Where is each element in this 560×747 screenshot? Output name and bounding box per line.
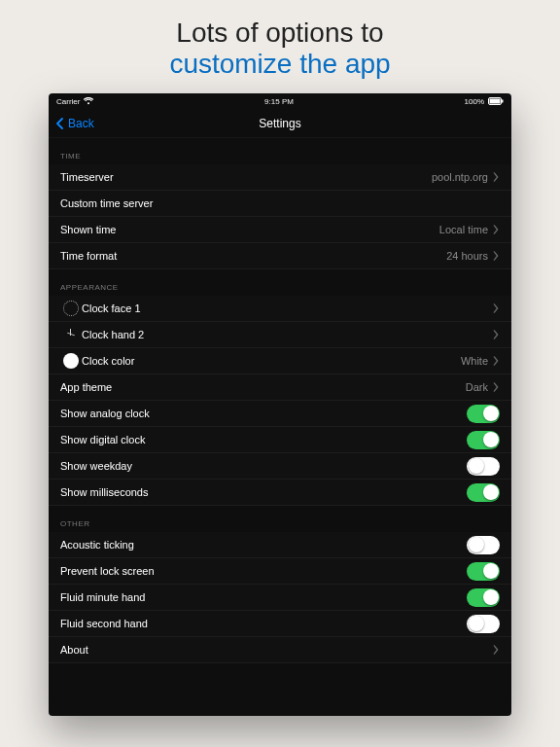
- row-label: Show digital clock: [60, 434, 145, 445]
- chevron-left-icon: [54, 118, 66, 129]
- section-header-appearance: APPEARANCE: [49, 269, 511, 296]
- battery-percent: 100%: [465, 97, 484, 106]
- row-label: Show milliseconds: [60, 486, 148, 498]
- statusbar-time: 9:15 PM: [264, 97, 294, 106]
- status-bar: Carrier 9:15 PM 100%: [49, 93, 511, 109]
- row-value: 24 hours: [446, 250, 488, 262]
- row-label: Timeserver: [60, 171, 114, 183]
- row-show-digital-clock: Show digital clock: [49, 427, 511, 453]
- row-fluid-second-hand: Fluid second hand: [49, 611, 511, 637]
- carrier-label: Carrier: [56, 97, 80, 106]
- svg-rect-2: [502, 100, 504, 103]
- row-value: Local time: [439, 224, 488, 235]
- toggle-fluid-minute-hand[interactable]: [467, 588, 500, 607]
- row-label: Time format: [60, 250, 117, 262]
- color-swatch-icon: [63, 353, 79, 369]
- chevron-right-icon: [492, 251, 500, 261]
- row-fluid-minute-hand: Fluid minute hand: [49, 585, 511, 611]
- row-label: Fluid minute hand: [60, 591, 145, 603]
- promo-line-2: customize the app: [0, 49, 560, 80]
- row-value: White: [461, 355, 488, 367]
- row-label: About: [60, 644, 88, 656]
- toggle-fluid-second-hand[interactable]: [467, 615, 500, 633]
- promo-line-1: Lots of options to: [0, 18, 560, 49]
- row-timeserver[interactable]: Timeserver pool.ntp.org: [49, 164, 511, 191]
- back-button[interactable]: Back: [54, 117, 94, 130]
- row-time-format[interactable]: Time format 24 hours: [49, 243, 511, 269]
- toggle-show-milliseconds[interactable]: [467, 483, 500, 502]
- row-label: Clock face 1: [82, 302, 141, 314]
- chevron-right-icon: [492, 172, 500, 182]
- chevron-right-icon: [492, 303, 500, 313]
- toggle-show-weekday[interactable]: [467, 457, 500, 476]
- svg-rect-1: [490, 99, 501, 104]
- back-label: Back: [68, 117, 94, 130]
- section-header-other: OTHER: [49, 506, 511, 532]
- row-show-weekday: Show weekday: [49, 453, 511, 480]
- page-title: Settings: [259, 117, 300, 130]
- row-clock-hand[interactable]: Clock hand 2: [49, 322, 511, 348]
- toggle-show-digital-clock[interactable]: [467, 431, 500, 449]
- wifi-icon: [84, 97, 93, 105]
- row-label: Show weekday: [60, 460, 132, 472]
- row-label: Fluid second hand: [60, 618, 148, 629]
- chevron-right-icon: [492, 645, 500, 655]
- clock-hand-icon: [63, 327, 79, 342]
- row-acoustic-ticking: Acoustic ticking: [49, 532, 511, 558]
- device-frame: Carrier 9:15 PM 100% Back Settings TIME …: [49, 93, 511, 716]
- row-clock-face[interactable]: Clock face 1: [49, 296, 511, 322]
- row-show-milliseconds: Show milliseconds: [49, 480, 511, 506]
- row-value: pool.ntp.org: [432, 171, 488, 183]
- row-shown-time[interactable]: Shown time Local time: [49, 217, 511, 243]
- row-value: Dark: [466, 381, 488, 393]
- clock-face-icon: [63, 301, 79, 316]
- row-clock-color[interactable]: Clock color White: [49, 348, 511, 374]
- row-show-analog-clock: Show analog clock: [49, 401, 511, 427]
- row-custom-time-server[interactable]: Custom time server: [49, 191, 511, 217]
- row-label: Prevent lock screen: [60, 565, 155, 577]
- row-label: Clock hand 2: [82, 329, 144, 340]
- toggle-prevent-lock-screen[interactable]: [467, 562, 500, 581]
- chevron-right-icon: [492, 356, 500, 366]
- row-prevent-lock-screen: Prevent lock screen: [49, 558, 511, 585]
- chevron-right-icon: [492, 382, 500, 392]
- toggle-acoustic-ticking[interactable]: [467, 536, 500, 554]
- row-label: Acoustic ticking: [60, 539, 134, 551]
- chevron-right-icon: [492, 225, 500, 234]
- row-label: Clock color: [82, 355, 134, 367]
- promo-header: Lots of options to customize the app: [0, 0, 560, 93]
- row-label: App theme: [60, 381, 112, 393]
- row-label: Custom time server: [60, 197, 153, 209]
- row-label: Show analog clock: [60, 408, 150, 419]
- nav-bar: Back Settings: [49, 109, 511, 138]
- toggle-show-analog-clock[interactable]: [467, 405, 500, 423]
- row-about[interactable]: About: [49, 637, 511, 663]
- row-label: Shown time: [60, 224, 116, 235]
- section-header-time: TIME: [49, 138, 511, 164]
- battery-icon: [488, 97, 504, 105]
- chevron-right-icon: [492, 330, 500, 339]
- row-app-theme[interactable]: App theme Dark: [49, 374, 511, 401]
